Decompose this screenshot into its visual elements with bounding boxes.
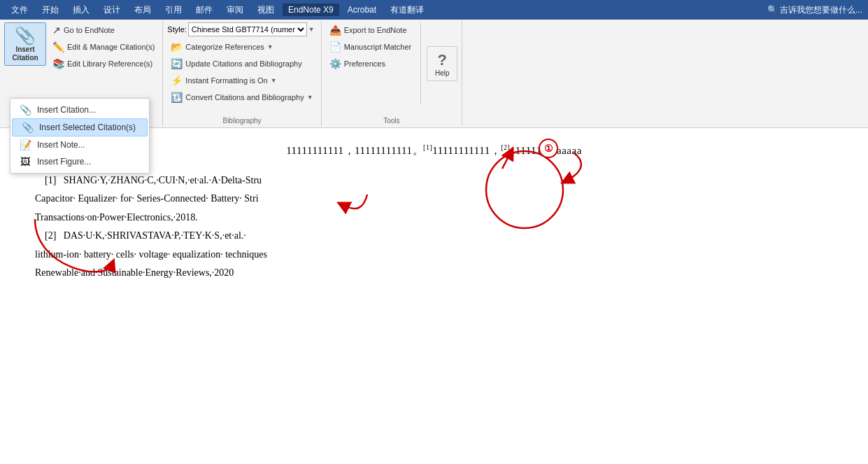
- style-dropdown-row: Style: Chinese Std GBT7714 (numer... ▼: [167, 22, 316, 36]
- edit-library-button[interactable]: 📚 Edit Library Reference(s): [49, 56, 158, 71]
- instant-formatting-button[interactable]: ⚡ Instant Formatting is On ▼: [167, 73, 316, 88]
- preferences-button[interactable]: ⚙️ Preferences: [326, 56, 415, 71]
- ref2-line1: [2] DAS·U·K,·SHRIVASTAVA·P,·TEY·K·S,·et·…: [35, 228, 833, 244]
- tools-group: 📤 Export to EndNote 📄 Manuscript Matcher…: [322, 21, 463, 126]
- edit-library-icon: 📚: [52, 58, 64, 69]
- categorize-icon: 📂: [171, 41, 183, 52]
- menu-endnote[interactable]: EndNote X9: [283, 3, 339, 16]
- menu-design[interactable]: 设计: [98, 3, 126, 17]
- bibliography-group: Style: Chinese Std GBT7714 (numer... ▼ 📂…: [163, 21, 321, 126]
- context-insert-note[interactable]: 📝 Insert Note...: [10, 136, 149, 153]
- preferences-icon: ⚙️: [329, 58, 341, 69]
- doc-line1: 11111111111，11111111111。[1]11111111111，[…: [35, 142, 833, 159]
- tools-buttons: 📤 Export to EndNote 📄 Manuscript Matcher…: [326, 22, 415, 105]
- manuscript-button[interactable]: 📄 Manuscript Matcher: [326, 39, 415, 55]
- convert-button[interactable]: 🔃 Convert Citations and Bibliography ▼: [167, 90, 316, 105]
- categorize-caret: ▼: [267, 43, 273, 50]
- convert-caret: ▼: [307, 94, 313, 101]
- categorize-button[interactable]: 📂 Categorize References ▼: [167, 39, 316, 55]
- update-button[interactable]: 🔄 Update Citations and Bibliography: [167, 56, 316, 71]
- help-icon: ?: [438, 51, 447, 69]
- menu-acrobat[interactable]: Acrobat: [342, 3, 382, 16]
- manuscript-icon: 📄: [329, 41, 341, 52]
- insert-citation-menu-icon: 📎: [19, 104, 31, 115]
- menu-home[interactable]: 开始: [36, 3, 64, 17]
- style-caret-icon: ▼: [308, 26, 315, 33]
- convert-icon: 🔃: [171, 92, 183, 103]
- go-endnote-icon: ↗: [52, 24, 61, 36]
- instant-icon: ⚡: [171, 75, 183, 86]
- ref1-line1: [1] SHANG·Y,·ZHANG·C,·CUI·N,·et·al.·A·De…: [35, 173, 833, 188]
- edit-manage-icon: ✏️: [52, 41, 64, 52]
- style-select[interactable]: Chinese Std GBT7714 (numer...: [188, 22, 307, 36]
- insert-note-icon: 📝: [19, 139, 31, 150]
- insert-figure-icon: 🖼: [19, 156, 31, 167]
- context-insert-figure[interactable]: 🖼 Insert Figure...: [10, 153, 149, 170]
- annotation-circle-1: ①: [539, 139, 558, 158]
- help-button[interactable]: ? Help: [427, 46, 457, 81]
- update-icon: 🔄: [171, 58, 183, 69]
- export-icon: 📤: [329, 24, 341, 36]
- insert-selected-icon: 📎: [21, 122, 34, 133]
- menu-references[interactable]: 引用: [159, 3, 187, 17]
- menu-bar: 文件 开始 插入 设计 布局 引用 邮件 审阅 视图 EndNote X9 Ac…: [0, 0, 868, 20]
- ref2-line2: lithium-ion· battery· cells· voltage· eq…: [35, 247, 833, 262]
- insert-citation-button[interactable]: 📎 Insert Citation: [4, 22, 46, 66]
- edit-manage-button[interactable]: ✏️ Edit & Manage Citation(s): [49, 39, 158, 55]
- ref1-line2: Capacitor· Equalizer· for· Series-Connec…: [35, 191, 833, 206]
- go-to-endnote-button[interactable]: ↗ Go to EndNote: [49, 22, 158, 38]
- insert-citation-label: Insert Citation: [6, 45, 44, 62]
- context-menu: 📎 Insert Citation... 📎 Insert Selected C…: [10, 98, 150, 174]
- menu-view[interactable]: 视图: [252, 3, 280, 17]
- menu-layout[interactable]: 布局: [129, 3, 157, 17]
- export-endnote-button[interactable]: 📤 Export to EndNote: [326, 22, 415, 38]
- menu-file[interactable]: 文件: [6, 3, 34, 17]
- document-area: 11111111111，11111111111。[1]11111111111，[…: [0, 128, 868, 464]
- menu-mailings[interactable]: 邮件: [190, 3, 218, 17]
- menu-review[interactable]: 审阅: [221, 3, 249, 17]
- insert-group-buttons: ↗ Go to EndNote ✏️ Edit & Manage Citatio…: [49, 22, 158, 71]
- style-label: Style:: [167, 25, 187, 34]
- bibliography-group-label: Bibliography: [163, 117, 320, 125]
- context-insert-citation[interactable]: 📎 Insert Citation...: [10, 101, 149, 118]
- instant-caret: ▼: [271, 77, 277, 84]
- tools-group-label: Tools: [322, 117, 462, 125]
- context-insert-selected[interactable]: 📎 Insert Selected Citation(s): [12, 118, 148, 136]
- ref1-line3: Transactions·on·Power·Electronics,·2018.: [35, 210, 833, 225]
- menu-youdao[interactable]: 有道翻译: [385, 3, 429, 17]
- ref2-line3: Renewable·and·Sustainable·Energy·Reviews…: [35, 265, 833, 281]
- menu-insert[interactable]: 插入: [67, 3, 95, 17]
- insert-citation-icon: 📎: [15, 26, 36, 45]
